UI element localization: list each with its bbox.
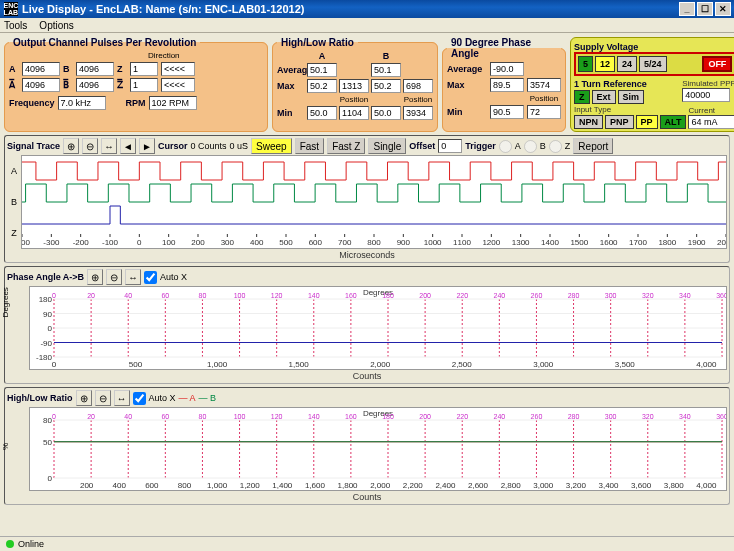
svg-text:0: 0 xyxy=(137,238,142,247)
svg-text:300: 300 xyxy=(605,413,617,420)
hlr-zoom-fit-icon[interactable]: ↔ xyxy=(114,390,130,406)
minimize-button[interactable]: _ xyxy=(679,2,695,16)
svg-text:280: 280 xyxy=(568,413,580,420)
field-dir1[interactable]: <<<< xyxy=(161,62,195,76)
cur-value[interactable]: 64 mA xyxy=(688,115,734,129)
min-b[interactable]: 50.0 xyxy=(371,106,401,120)
p3-max-c[interactable]: 3574 xyxy=(527,78,561,92)
pan-right-icon[interactable]: ► xyxy=(139,138,155,154)
itype-alt[interactable]: ALT xyxy=(660,115,687,129)
trigger-z-label: Z xyxy=(565,141,571,151)
hlr-xlabel: Counts xyxy=(7,492,727,502)
p3-min-c[interactable]: 72 xyxy=(527,105,561,119)
svg-text:1300: 1300 xyxy=(512,238,530,247)
svg-text:4,000: 4,000 xyxy=(696,360,717,369)
tref-z[interactable]: Z xyxy=(574,90,590,104)
field-dir2[interactable]: <<<< xyxy=(161,78,195,92)
max-a[interactable]: 50.2 xyxy=(307,79,337,93)
field-b[interactable]: 4096 xyxy=(76,62,114,76)
svg-text:2,200: 2,200 xyxy=(403,481,424,490)
avg-b[interactable]: 50.1 xyxy=(371,63,401,77)
field-zbar[interactable]: 1 xyxy=(130,78,158,92)
max-b-pos[interactable]: 698 xyxy=(403,79,433,93)
supply-12[interactable]: 12 xyxy=(595,56,615,72)
phase-chart[interactable]: Degrees020406080100120140160180200220240… xyxy=(29,286,727,370)
tref-sim[interactable]: Sim xyxy=(618,90,645,104)
supply-5[interactable]: 5 xyxy=(578,56,593,72)
mode-fastz[interactable]: Fast Z xyxy=(327,138,365,154)
svg-text:100: 100 xyxy=(234,413,246,420)
zoom-out-icon[interactable]: ⊖ xyxy=(82,138,98,154)
supply-24[interactable]: 24 xyxy=(617,56,637,72)
field-a[interactable]: 4096 xyxy=(22,62,60,76)
min-b-pos[interactable]: 3934 xyxy=(403,106,433,120)
trigger-b-radio[interactable] xyxy=(524,140,537,153)
sppr-value[interactable]: 40000 xyxy=(682,88,730,102)
svg-text:400: 400 xyxy=(113,481,127,490)
p3-max-v[interactable]: 89.5 xyxy=(490,78,524,92)
mode-sweep[interactable]: Sweep xyxy=(251,138,292,154)
min-a[interactable]: 50.0 xyxy=(307,106,337,120)
svg-text:500: 500 xyxy=(279,238,293,247)
close-button[interactable]: ✕ xyxy=(715,2,731,16)
svg-text:1,200: 1,200 xyxy=(240,481,261,490)
hlr-ylabel: % xyxy=(1,443,10,450)
status-online: Online xyxy=(18,539,44,549)
phase-autox-check[interactable] xyxy=(144,271,157,284)
hlr-zoom-in-icon[interactable]: ⊕ xyxy=(76,390,92,406)
supply-524[interactable]: 5/24 xyxy=(639,56,667,72)
menu-options[interactable]: Options xyxy=(39,20,73,31)
svg-text:1700: 1700 xyxy=(629,238,647,247)
supply-off[interactable]: OFF xyxy=(702,56,732,72)
avg-a[interactable]: 50.1 xyxy=(307,63,337,77)
field-z[interactable]: 1 xyxy=(130,62,158,76)
phase-ylabel: Degrees xyxy=(1,287,10,317)
field-abar[interactable]: 4096 xyxy=(22,78,60,92)
field-bbar[interactable]: 4096 xyxy=(76,78,114,92)
itype-pnp[interactable]: PNP xyxy=(605,115,634,129)
maximize-button[interactable]: ☐ xyxy=(697,2,713,16)
cur-title: Current xyxy=(688,106,734,115)
zoom-in-icon[interactable]: ⊕ xyxy=(63,138,79,154)
cursor-counts: 0 Counts xyxy=(191,141,227,151)
svg-text:300: 300 xyxy=(221,238,235,247)
rpm-value[interactable]: 102 RPM xyxy=(149,96,197,110)
svg-text:0: 0 xyxy=(48,324,53,333)
supply-title: Supply Voltage xyxy=(574,42,734,52)
mode-fast[interactable]: Fast xyxy=(295,138,324,154)
phase-zoom-out-icon[interactable]: ⊖ xyxy=(106,269,122,285)
hlr-legend-a: — A xyxy=(179,393,196,403)
tref-ext[interactable]: Ext xyxy=(592,90,616,104)
avg-label: Average xyxy=(277,65,305,75)
hlr-autox-check[interactable] xyxy=(133,392,146,405)
svg-text:260: 260 xyxy=(531,292,543,299)
p3-avg-v[interactable]: -90.0 xyxy=(490,62,524,76)
zoom-fit-icon[interactable]: ↔ xyxy=(101,138,117,154)
panel2-title: High/Low Ratio xyxy=(277,37,358,48)
rpm-label: RPM xyxy=(126,98,146,108)
p3-min-v[interactable]: 90.5 xyxy=(490,105,524,119)
offset-value[interactable]: 0 xyxy=(438,139,462,153)
freq-value[interactable]: 7.0 kHz xyxy=(58,96,106,110)
hlr-chart[interactable]: Degrees020406080100120140160180200220240… xyxy=(29,407,727,491)
phase-zoom-fit-icon[interactable]: ↔ xyxy=(125,269,141,285)
max-b[interactable]: 50.2 xyxy=(371,79,401,93)
phase-zoom-in-icon[interactable]: ⊕ xyxy=(87,269,103,285)
svg-text:120: 120 xyxy=(271,292,283,299)
itype-pp[interactable]: PP xyxy=(636,115,658,129)
svg-text:2,000: 2,000 xyxy=(370,481,391,490)
pan-left-icon[interactable]: ◄ xyxy=(120,138,136,154)
report-button[interactable]: Report xyxy=(573,138,613,154)
status-led-icon xyxy=(6,540,14,548)
trigger-a-radio[interactable] xyxy=(499,140,512,153)
mode-single[interactable]: Single xyxy=(368,138,406,154)
menu-tools[interactable]: Tools xyxy=(4,20,27,31)
min-a-pos[interactable]: 1104 xyxy=(339,106,369,120)
itype-npn[interactable]: NPN xyxy=(574,115,603,129)
svg-text:80: 80 xyxy=(199,292,207,299)
signal-trace-chart[interactable]: -400-300-200-100010020030040050060070080… xyxy=(21,155,727,249)
hlr-zoom-out-icon[interactable]: ⊖ xyxy=(95,390,111,406)
max-a-pos[interactable]: 1313 xyxy=(339,79,369,93)
svg-text:700: 700 xyxy=(338,238,352,247)
trigger-z-radio[interactable] xyxy=(549,140,562,153)
